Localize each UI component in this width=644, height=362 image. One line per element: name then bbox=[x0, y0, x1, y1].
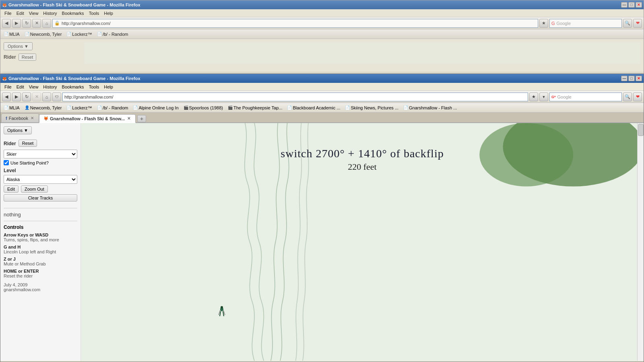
main-bookmark-gnarshmallow[interactable]: 📄 Gnarshmallow - Flash ... bbox=[402, 105, 458, 111]
rider-select[interactable]: SkierSnowboarder bbox=[4, 150, 77, 158]
main-bookmark-icon-6: 🎬 bbox=[228, 105, 233, 110]
search-bar[interactable]: G Google bbox=[549, 19, 622, 28]
bookmark-mlia[interactable]: 📄 MLIA bbox=[2, 31, 21, 37]
maximize-button[interactable]: □ bbox=[628, 76, 635, 81]
addon-button[interactable]: ❤ bbox=[633, 19, 642, 28]
zoom-out-button[interactable]: Zoom Out bbox=[21, 185, 48, 193]
scrollbar[interactable] bbox=[637, 123, 644, 361]
menu-view[interactable]: View bbox=[27, 11, 41, 16]
close-button[interactable]: ✕ bbox=[636, 76, 642, 81]
top-maximize-button[interactable]: □ bbox=[628, 2, 635, 8]
main-bookmark-star[interactable]: ★ bbox=[529, 93, 538, 101]
main-bookmark-icon-7: 📄 bbox=[287, 105, 292, 110]
main-menu-edit[interactable]: Edit bbox=[14, 84, 27, 89]
main-bookmark-icon-2: 📄 bbox=[66, 105, 71, 110]
starting-point-label: Use Starting Point? bbox=[10, 160, 49, 165]
main-bookmark-icon-4: 📄 bbox=[133, 105, 138, 110]
top-browser-title: Gnarshmallow - Flash Ski & Snowboard Gam… bbox=[8, 2, 620, 7]
clear-tracks-button[interactable]: Clear Tracks bbox=[4, 194, 77, 202]
level-select[interactable]: AlaskaColoradoNorway bbox=[4, 175, 77, 184]
main-menu-view[interactable]: View bbox=[27, 84, 41, 89]
minimize-button[interactable]: — bbox=[621, 76, 627, 81]
search-button[interactable]: 🔍 bbox=[623, 19, 632, 28]
control-desc-3: Reset the rider bbox=[4, 274, 77, 278]
main-bookmark-b[interactable]: 📄 /b/ - Random bbox=[95, 105, 130, 111]
bookmark-lockerz[interactable]: 📄 Lockerz™ bbox=[65, 31, 94, 37]
search-engine-icon: G bbox=[551, 21, 555, 26]
tab-gnarshmallow-close[interactable]: ✕ bbox=[126, 116, 131, 121]
menu-bookmarks[interactable]: Bookmarks bbox=[60, 11, 87, 16]
score-display: switch 2700° + 1410° of backflip 220 fee… bbox=[281, 147, 444, 172]
main-search-go-button[interactable]: 🔍 bbox=[623, 93, 632, 101]
bookmark-star[interactable]: ★ bbox=[539, 19, 548, 28]
main-back-button[interactable]: ◀ bbox=[2, 93, 11, 101]
main-star-dropdown[interactable]: ▼ bbox=[539, 93, 548, 101]
main-bookmark-lockerz[interactable]: 📄 Lockerz™ bbox=[65, 105, 94, 111]
svg-line-6 bbox=[223, 311, 224, 316]
main-bookmark-newcomb[interactable]: 👤 Newcomb, Tyler bbox=[23, 105, 64, 111]
bookmark-newcomb[interactable]: 📄 Newcomb, Tyler bbox=[23, 31, 64, 37]
bookmark-icon-lockerz: 📄 bbox=[66, 32, 71, 36]
game-area[interactable]: switch 2700° + 1410° of backflip 220 fee… bbox=[81, 123, 644, 361]
tab-facebook-icon: f bbox=[6, 116, 7, 121]
menu-edit[interactable]: Edit bbox=[14, 11, 27, 16]
options-button[interactable]: Options ▼ bbox=[4, 126, 32, 134]
sidebar-panel: Options ▼ Rider Reset SkierSnowboarder U… bbox=[0, 123, 81, 361]
svg-line-5 bbox=[220, 311, 221, 316]
rider-character bbox=[218, 306, 226, 318]
tab-gnarshmallow[interactable]: 🦊 Gnarshmallow - Flash Ski & Snow... ✕ bbox=[39, 114, 136, 123]
main-bookmark-poughkeepsie[interactable]: 🎬 The Poughkeepsie Tap... bbox=[226, 105, 284, 111]
main-bookmark-mlia[interactable]: 📄 MLIA bbox=[2, 105, 21, 111]
main-menu-bookmarks[interactable]: Bookmarks bbox=[60, 84, 87, 89]
main-home-button[interactable]: ⌂ bbox=[42, 93, 51, 101]
level-label: Level bbox=[4, 168, 77, 173]
main-menu-tools[interactable]: Tools bbox=[87, 84, 102, 89]
control-desc-1: Lincoln Loop left and Right bbox=[4, 249, 77, 254]
main-bookmark-spoorloos[interactable]: 🎬 Spoorloos (1988) bbox=[182, 105, 225, 111]
main-address-bar[interactable]: http://gnarshmallow.com/ bbox=[62, 93, 528, 101]
main-refresh-button[interactable]: ↻ bbox=[22, 93, 31, 101]
home-button[interactable]: ⌂ bbox=[42, 19, 51, 28]
address-bar[interactable]: 🔒 http://gnarshmallow.com/ bbox=[52, 19, 538, 28]
main-bookmark-blackboard[interactable]: 📄 Blackboard Academic ... bbox=[285, 105, 342, 111]
bookmark-b[interactable]: 📄 /b/ - Random bbox=[95, 31, 130, 37]
browser-title: Gnarshmallow - Flash Ski & Snowboard Gam… bbox=[8, 76, 620, 81]
back-button[interactable]: ◀ bbox=[2, 19, 11, 28]
main-shield-button[interactable]: 🛡 bbox=[52, 93, 61, 101]
menu-help[interactable]: Help bbox=[101, 11, 116, 16]
tab-facebook-close[interactable]: ✕ bbox=[30, 116, 35, 121]
top-close-button[interactable]: ✕ bbox=[636, 2, 642, 8]
main-menu-help[interactable]: Help bbox=[101, 84, 116, 89]
control-desc-0: Turns, spins, flips, and more bbox=[4, 237, 77, 242]
main-menu-file[interactable]: File bbox=[2, 84, 14, 89]
refresh-button[interactable]: ↻ bbox=[22, 19, 31, 28]
main-bookmark-icon-1: 👤 bbox=[25, 105, 29, 110]
menu-tools[interactable]: Tools bbox=[87, 11, 102, 16]
main-stop-button[interactable]: ✕ bbox=[32, 93, 41, 101]
main-search-engine-icon: G* bbox=[551, 95, 556, 99]
menu-file[interactable]: File bbox=[2, 11, 14, 16]
svg-point-2 bbox=[479, 123, 573, 187]
menu-history[interactable]: History bbox=[41, 11, 59, 16]
top-minimize-button[interactable]: — bbox=[621, 2, 627, 8]
main-bookmark-icon-0: 📄 bbox=[4, 105, 8, 110]
forward-button[interactable]: ▶ bbox=[12, 19, 21, 28]
rider-label: Rider bbox=[4, 141, 16, 146]
starting-point-checkbox[interactable] bbox=[4, 160, 9, 165]
main-search-placeholder: Google bbox=[557, 95, 572, 99]
new-tab-button[interactable]: + bbox=[137, 115, 146, 122]
main-bookmark-icon-5: 🎬 bbox=[184, 105, 188, 110]
main-search-bar[interactable]: G* Google bbox=[549, 93, 622, 101]
main-forward-button[interactable]: ▶ bbox=[12, 93, 21, 101]
main-bookmark-skiing[interactable]: 📄 Skiing News, Pictures ... bbox=[343, 105, 400, 111]
tab-facebook[interactable]: f Facebook ✕ bbox=[1, 113, 39, 122]
site-text: gnarshmallow.com bbox=[4, 287, 77, 292]
edit-button[interactable]: Edit bbox=[4, 185, 19, 193]
stop-button[interactable]: ✕ bbox=[32, 19, 41, 28]
scrollbar-thumb[interactable] bbox=[638, 124, 644, 136]
main-menu-history[interactable]: History bbox=[41, 84, 59, 89]
main-addon-button[interactable]: ❤ bbox=[633, 93, 642, 101]
trick-text: switch 2700° + 1410° of backflip bbox=[281, 147, 444, 160]
reset-button[interactable]: Reset bbox=[19, 140, 37, 147]
main-bookmark-alpine[interactable]: 📄 Alpine Online Log In bbox=[131, 105, 180, 111]
